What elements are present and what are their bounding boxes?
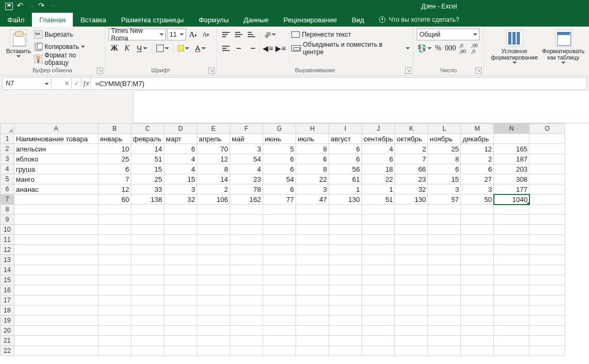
cell-D11[interactable]: [164, 235, 197, 245]
cell-O19[interactable]: [529, 316, 565, 326]
wrap-text-button[interactable]: Перенести текст: [291, 29, 410, 40]
cell-D21[interactable]: [164, 336, 197, 346]
cell-J20[interactable]: [362, 326, 395, 336]
cell-L8[interactable]: [428, 205, 461, 215]
cell-G19[interactable]: [263, 316, 296, 326]
font-launcher-icon[interactable]: ↘: [208, 67, 215, 74]
cell-O2[interactable]: [529, 144, 565, 154]
cell-J7[interactable]: 51: [362, 194, 395, 205]
cell-D12[interactable]: [164, 245, 197, 255]
cell-B9[interactable]: [98, 215, 131, 225]
cell-F16[interactable]: [230, 285, 263, 295]
cell-L12[interactable]: [428, 245, 461, 255]
cell-E18[interactable]: [197, 306, 230, 316]
cell-B20[interactable]: [98, 326, 131, 336]
cell-M9[interactable]: [461, 215, 494, 225]
underline-button[interactable]: Ч: [134, 43, 150, 54]
row-header-9[interactable]: 9: [1, 215, 14, 225]
cell-C2[interactable]: 14: [131, 144, 164, 154]
tab-home[interactable]: Главная: [32, 13, 73, 27]
cell-J21[interactable]: [362, 336, 395, 346]
cell-N8[interactable]: [494, 205, 529, 215]
font-color-button[interactable]: А: [192, 43, 208, 54]
cell-N15[interactable]: [494, 275, 529, 285]
cell-K9[interactable]: [395, 215, 428, 225]
cell-N22[interactable]: [494, 346, 529, 356]
cell-K18[interactable]: [395, 306, 428, 316]
cell-L5[interactable]: 15: [428, 174, 461, 184]
cell-F7[interactable]: 162: [230, 194, 263, 205]
cell-N6[interactable]: 177: [494, 184, 529, 194]
border-button[interactable]: [155, 43, 171, 54]
row-header-19[interactable]: 19: [1, 316, 14, 326]
cell-M17[interactable]: [461, 295, 494, 306]
cell-D8[interactable]: [164, 205, 197, 215]
cell-M20[interactable]: [461, 326, 494, 336]
cell-O14[interactable]: [529, 265, 565, 275]
cell-H2[interactable]: 8: [296, 144, 329, 154]
col-header-F[interactable]: F: [230, 124, 263, 134]
cell-F19[interactable]: [230, 316, 263, 326]
cell-G7[interactable]: 77: [263, 194, 296, 205]
cell-K21[interactable]: [395, 336, 428, 346]
row-header-22[interactable]: 22: [1, 346, 14, 356]
cell-A22[interactable]: [14, 346, 98, 356]
decrease-font-button[interactable]: А▾: [200, 29, 212, 40]
cell-D1[interactable]: март: [164, 134, 197, 144]
cell-B6[interactable]: 12: [98, 184, 131, 194]
cell-D13[interactable]: [164, 255, 197, 265]
cell-O5[interactable]: [529, 174, 565, 184]
cell-B8[interactable]: [98, 205, 131, 215]
chevron-down-icon[interactable]: [406, 46, 410, 50]
cell-K11[interactable]: [395, 235, 428, 245]
select-all-corner[interactable]: [1, 124, 14, 134]
cell-B16[interactable]: [98, 285, 131, 295]
cell-K7[interactable]: 130: [395, 194, 428, 205]
cell-J18[interactable]: [362, 306, 395, 316]
cell-E16[interactable]: [197, 285, 230, 295]
row-header-11[interactable]: 11: [1, 235, 14, 245]
row-header-14[interactable]: 14: [1, 265, 14, 275]
cell-D22[interactable]: [164, 346, 197, 356]
cell-E19[interactable]: [197, 316, 230, 326]
cell-K17[interactable]: [395, 295, 428, 306]
accounting-format-button[interactable]: 💱: [417, 43, 432, 54]
cell-E9[interactable]: [197, 215, 230, 225]
cell-I20[interactable]: [329, 326, 362, 336]
cell-A16[interactable]: [14, 285, 98, 295]
cell-I6[interactable]: 1: [329, 184, 362, 194]
cell-H7[interactable]: 47: [296, 194, 329, 205]
decrease-indent-button[interactable]: ◀≡: [262, 43, 274, 54]
cell-F14[interactable]: [230, 265, 263, 275]
copy-button[interactable]: Копировать: [34, 41, 102, 53]
cell-N13[interactable]: [494, 255, 529, 265]
row-header-13[interactable]: 13: [1, 255, 14, 265]
cell-F8[interactable]: [230, 205, 263, 215]
cell-C10[interactable]: [131, 225, 164, 235]
cell-L1[interactable]: ноябрь: [428, 134, 461, 144]
row-header-6[interactable]: 6: [1, 184, 14, 194]
cell-A20[interactable]: [14, 326, 98, 336]
cancel-formula-icon[interactable]: ✕: [62, 78, 72, 89]
cell-I9[interactable]: [329, 215, 362, 225]
cell-G10[interactable]: [263, 225, 296, 235]
cell-D6[interactable]: 3: [164, 184, 197, 194]
cell-F6[interactable]: 78: [230, 184, 263, 194]
cell-A13[interactable]: [14, 255, 98, 265]
chevron-down-icon[interactable]: [45, 82, 49, 86]
paste-dropdown-icon[interactable]: [16, 54, 21, 58]
cell-B4[interactable]: 6: [98, 164, 131, 174]
cell-A8[interactable]: [14, 205, 98, 215]
tell-me[interactable]: Что вы хотите сделать?: [372, 13, 467, 27]
cell-M11[interactable]: [461, 235, 494, 245]
row-header-8[interactable]: 8: [1, 205, 14, 215]
cell-B2[interactable]: 10: [98, 144, 131, 154]
increase-decimal-button[interactable]: ,0,00: [457, 43, 468, 54]
cell-B3[interactable]: 25: [98, 154, 131, 164]
italic-button[interactable]: К: [121, 43, 133, 54]
cell-I2[interactable]: 6: [329, 144, 362, 154]
cell-H1[interactable]: июль: [296, 134, 329, 144]
cell-E17[interactable]: [197, 295, 230, 306]
format-as-table-button[interactable]: Форматировать как таблицу: [542, 29, 585, 65]
cell-A18[interactable]: [14, 306, 98, 316]
